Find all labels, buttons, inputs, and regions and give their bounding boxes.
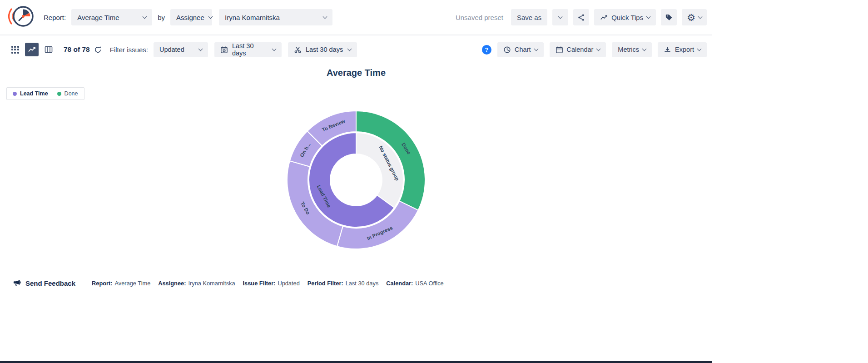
megaphone-icon [13,279,21,288]
app-window: Report: Average Time by Assignee Iryna K… [0,0,712,363]
chevron-down-icon [143,14,147,19]
refresh-button[interactable] [94,46,102,54]
summary-item: Calendar:USA Office [386,280,443,287]
legend-dot [13,92,17,96]
grid-view-button[interactable] [8,43,22,56]
issue-filter-select[interactable]: Updated [154,42,208,57]
quick-tips-label: Quick Tips [611,14,643,21]
metrics-button-label: Metrics [618,46,639,53]
settings-button[interactable]: ⚙ [682,9,707,25]
period-filter-value: Last 30 days [232,42,268,57]
tag-button[interactable] [661,9,677,25]
issue-filter-value: Updated [159,46,184,53]
help-button[interactable]: ? [482,45,491,55]
issue-count: 78 of 78 [64,45,90,54]
period-filter-select[interactable]: Last 30 days [214,42,282,57]
assignee-select[interactable]: Iryna Komarnitska [219,9,332,25]
app-footer: Send Feedback Report:Average TimeAssigne… [0,273,712,293]
trending-up-icon [600,14,608,21]
grid-icon [11,46,19,54]
chevron-down-icon [558,14,563,19]
chart-view-button[interactable] [25,43,39,56]
app-logo-icon [5,3,35,31]
share-icon [577,14,585,21]
chevron-down-icon [198,46,203,51]
download-icon [664,46,671,54]
save-as-label: Save as [517,14,541,21]
chart-settings-button[interactable]: Chart [497,42,543,57]
send-feedback-button[interactable]: Send Feedback [13,279,75,288]
summary-item: Issue Filter:Updated [243,280,300,287]
calendar-clock-icon [220,46,228,54]
scissors-icon [294,46,302,54]
assignee-value: Iryna Komarnitska [225,14,280,21]
chart-area: Average Time Lead TimeDone No status gro… [0,64,712,273]
tag-icon [665,14,673,21]
toolbar-actions: ? Chart Calendar [482,42,707,57]
chevron-down-icon [646,14,651,19]
summary-item: Assignee:Iryna Komarnitska [158,280,235,287]
legend-item-lead-time[interactable]: Lead Time [13,90,48,97]
send-feedback-label: Send Feedback [25,279,75,287]
calendar-icon [556,46,563,54]
unsaved-preset-label: Unsaved preset [456,14,503,21]
chevron-down-icon [642,46,647,51]
summary-item: Report:Average Time [92,280,150,287]
legend-label: Done [64,90,78,97]
metrics-button[interactable]: Metrics [612,42,652,57]
legend-dot [57,92,61,96]
report-label: Report: [44,14,66,21]
line-chart-icon [28,45,36,54]
chart-button-label: Chart [515,46,531,53]
group-by-select[interactable]: Assignee [170,9,212,25]
report-summary: Report:Average TimeAssignee:Iryna Komarn… [92,280,444,287]
view-toggle-group [8,43,55,56]
legend-label: Lead Time [20,90,48,97]
report-type-value: Average Time [77,14,119,21]
work-calendar-select[interactable]: Last 30 days [288,42,357,57]
board-view-button[interactable] [42,43,55,56]
chevron-down-icon [596,46,601,51]
share-button[interactable] [573,9,589,25]
bottom-edge-bar [0,361,712,363]
save-options-button[interactable] [552,9,568,25]
chart-legend: Lead TimeDone [6,87,84,100]
toolbar: 78 of 78 Filter issues: Updated [0,35,712,64]
board-icon [45,45,53,54]
export-button-label: Export [675,46,694,53]
chevron-down-icon [697,46,702,51]
chevron-down-icon [534,46,538,51]
report-type-select[interactable]: Average Time [71,9,152,25]
chevron-down-icon [323,14,327,19]
save-as-button[interactable]: Save as [511,9,547,25]
work-calendar-value: Last 30 days [306,46,343,53]
chevron-down-icon [208,14,213,19]
chevron-down-icon [272,46,276,51]
chevron-down-icon [698,14,703,19]
pie-chart-icon [503,46,511,54]
chevron-down-icon [347,46,352,51]
filter-issues-label: Filter issues: [110,46,148,54]
refresh-icon [94,46,102,54]
summary-item: Period Filter:Last 30 days [308,280,379,287]
app-header: Report: Average Time by Assignee Iryna K… [0,0,712,35]
calendar-button-label: Calendar [567,46,594,53]
quick-tips-button[interactable]: Quick Tips [594,9,656,25]
question-mark-icon: ? [485,46,489,53]
calendar-button[interactable]: Calendar [550,42,606,57]
group-by-value: Assignee [176,14,204,21]
by-label: by [158,14,165,21]
export-button[interactable]: Export [658,42,707,57]
sunburst-chart[interactable]: No status groupLead TimeDoneIn ProgressT… [285,109,427,251]
chart-title: Average Time [0,64,712,78]
header-actions: Unsaved preset Save as [456,9,707,25]
legend-item-done[interactable]: Done [57,90,78,97]
gear-icon: ⚙ [687,13,695,22]
